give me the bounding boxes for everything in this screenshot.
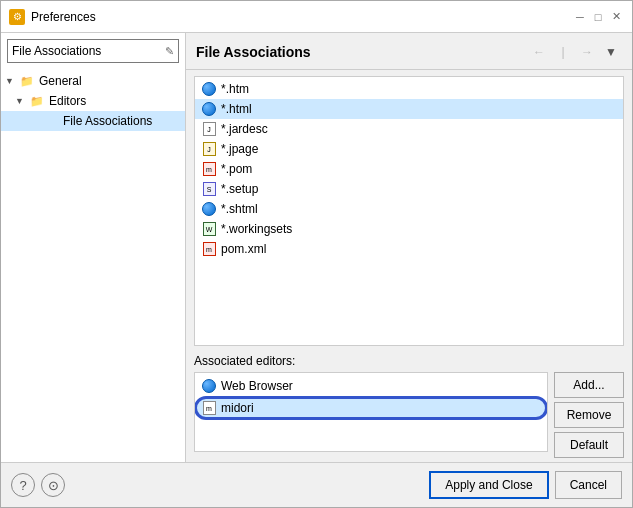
file-list-container[interactable]: *.htm *.html J *.jardesc J *.jpage [194, 76, 624, 346]
globe-icon-htm [201, 81, 217, 97]
file-name-htm: *.htm [221, 82, 249, 96]
globe-icon-web-browser [201, 378, 217, 394]
file-item-pomxml[interactable]: m pom.xml [195, 239, 623, 259]
folder-icon-editors: 📁 [29, 93, 45, 109]
assoc-name-web-browser: Web Browser [221, 379, 293, 393]
assoc-buttons: Add... Remove Default [554, 372, 624, 458]
close-button[interactable]: ✕ [608, 9, 624, 25]
nav-back-button[interactable]: ← [528, 41, 550, 63]
search-clear-icon[interactable]: ✎ [165, 45, 174, 58]
file-item-jpage[interactable]: J *.jpage [195, 139, 623, 159]
title-bar-left: ⚙ Preferences [9, 9, 96, 25]
assoc-item-midori[interactable]: m midori [195, 397, 547, 419]
associated-editors-section: Associated editors: Web Browser m mid [186, 350, 632, 462]
panel-body: *.htm *.html J *.jardesc J *.jpage [186, 70, 632, 462]
file-name-workingsets: *.workingsets [221, 222, 292, 236]
assoc-editors-label: Associated editors: [194, 354, 624, 368]
file-item-html[interactable]: *.html [195, 99, 623, 119]
dialog-title: Preferences [31, 10, 96, 24]
nav-forward-button[interactable]: → [576, 41, 598, 63]
bottom-left-icons: ? ⊙ [11, 473, 65, 497]
preferences-dialog: ⚙ Preferences ─ □ ✕ ✎ ▼ 📁 General ▼ [0, 0, 633, 508]
nav-dropdown-button[interactable]: ▼ [600, 41, 622, 63]
file-icon-midori: m [201, 400, 217, 416]
panel-header: File Associations ← | → ▼ [186, 33, 632, 70]
apply-and-close-button[interactable]: Apply and Close [429, 471, 548, 499]
title-controls: ─ □ ✕ [572, 9, 624, 25]
panel-title: File Associations [196, 44, 311, 60]
nav-separator: | [552, 41, 574, 63]
file-item-jardesc[interactable]: J *.jardesc [195, 119, 623, 139]
expand-arrow-editors: ▼ [15, 96, 29, 106]
panel-nav: ← | → ▼ [528, 41, 622, 63]
search-input[interactable] [12, 44, 165, 58]
file-name-jpage: *.jpage [221, 142, 258, 156]
sidebar: ✎ ▼ 📁 General ▼ 📁 Editors File Associati… [1, 33, 186, 462]
file-icon-pomxml: m [201, 241, 217, 257]
remove-button[interactable]: Remove [554, 402, 624, 428]
folder-icon-general: 📁 [19, 73, 35, 89]
file-item-setup[interactable]: S *.setup [195, 179, 623, 199]
tree-label-file-assoc: File Associations [63, 114, 152, 128]
assoc-editors-row: Web Browser m midori Add... Remove [194, 372, 624, 458]
expand-arrow-general: ▼ [5, 76, 19, 86]
file-item-workingsets[interactable]: W *.workingsets [195, 219, 623, 239]
assoc-name-midori: midori [221, 401, 254, 415]
file-icon-pom: m [201, 161, 217, 177]
minimize-button[interactable]: ─ [572, 9, 588, 25]
bottom-bar: ? ⊙ Apply and Close Cancel [1, 462, 632, 507]
file-list: *.htm *.html J *.jardesc J *.jpage [195, 77, 623, 261]
assoc-list: Web Browser m midori [195, 373, 547, 421]
add-button[interactable]: Add... [554, 372, 624, 398]
file-item-htm[interactable]: *.htm [195, 79, 623, 99]
default-button[interactable]: Default [554, 432, 624, 458]
file-name-pomxml: pom.xml [221, 242, 266, 256]
file-icon-jardesc: J [201, 121, 217, 137]
tree-label-general: General [39, 74, 82, 88]
file-icon-setup: S [201, 181, 217, 197]
tree: ▼ 📁 General ▼ 📁 Editors File Association… [1, 69, 185, 462]
file-name-html: *.html [221, 102, 252, 116]
bottom-right-buttons: Apply and Close Cancel [429, 471, 622, 499]
file-name-shtml: *.shtml [221, 202, 258, 216]
tree-item-file-associations[interactable]: File Associations [1, 111, 185, 131]
help-button[interactable]: ? [11, 473, 35, 497]
assoc-list-container[interactable]: Web Browser m midori [194, 372, 548, 452]
info-button[interactable]: ⊙ [41, 473, 65, 497]
file-icon-jpage: J [201, 141, 217, 157]
maximize-button[interactable]: □ [590, 9, 606, 25]
title-bar: ⚙ Preferences ─ □ ✕ [1, 1, 632, 33]
tree-label-editors: Editors [49, 94, 86, 108]
file-name-jardesc: *.jardesc [221, 122, 268, 136]
cancel-button[interactable]: Cancel [555, 471, 622, 499]
file-name-pom: *.pom [221, 162, 252, 176]
app-icon: ⚙ [9, 9, 25, 25]
search-box[interactable]: ✎ [7, 39, 179, 63]
globe-icon-html [201, 101, 217, 117]
file-name-setup: *.setup [221, 182, 258, 196]
globe-icon-shtml [201, 201, 217, 217]
file-icon-file-assoc [43, 113, 59, 129]
file-item-shtml[interactable]: *.shtml [195, 199, 623, 219]
main-content: ✎ ▼ 📁 General ▼ 📁 Editors File Associati… [1, 33, 632, 462]
tree-item-general[interactable]: ▼ 📁 General [1, 71, 185, 91]
file-icon-workingsets: W [201, 221, 217, 237]
tree-item-editors[interactable]: ▼ 📁 Editors [1, 91, 185, 111]
assoc-item-web-browser[interactable]: Web Browser [195, 375, 547, 397]
file-item-pom[interactable]: m *.pom [195, 159, 623, 179]
right-panel: File Associations ← | → ▼ *.htm [186, 33, 632, 462]
